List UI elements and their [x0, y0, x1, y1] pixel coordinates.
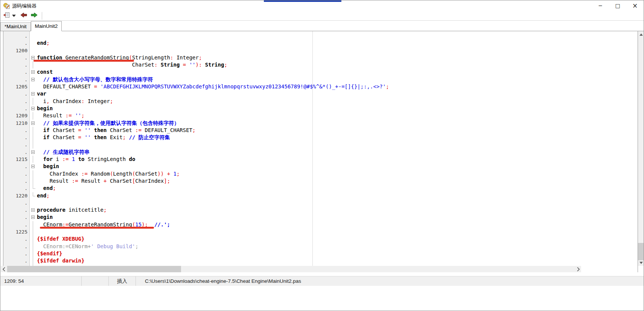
code-line[interactable]: .{$endif} — [3, 250, 638, 257]
fold-column — [30, 199, 37, 206]
tab-mainunit2[interactable]: MainUnit2 — [31, 21, 62, 31]
horizontal-scrollbar-thumb[interactable] — [7, 266, 181, 272]
fold-column — [30, 141, 37, 148]
code-line[interactable]: . CharIndex := Random(Length(CharSet)) +… — [3, 170, 638, 177]
navigate-back-button[interactable] — [19, 12, 28, 20]
code-editor[interactable]: ..end;1200.function GenerateRandomString… — [3, 31, 638, 272]
code-text: // 默认包含大小写字母、数字和常用特殊字符 — [37, 76, 638, 83]
line-number: . — [3, 149, 30, 156]
fold-line — [33, 250, 33, 257]
line-number: . — [3, 127, 30, 134]
fold-column — [30, 61, 37, 68]
fold-toggle-icon[interactable] — [31, 150, 35, 154]
fold-column — [30, 127, 37, 134]
close-button[interactable]: × — [626, 0, 644, 11]
code-line[interactable]: . i, CharIndex: Integer; — [3, 98, 638, 105]
fold-toggle-icon[interactable] — [31, 208, 35, 212]
code-text: CharIndex := Random(Length(CharSet)) + 1… — [37, 170, 638, 177]
goto-section-icon — [3, 12, 10, 20]
code-line[interactable]: . end; — [3, 185, 638, 192]
code-line[interactable]: .{$ifdef XDEBUG} — [3, 235, 638, 243]
code-line[interactable]: . // 默认包含大小写字母、数字和常用特殊字符 — [3, 76, 638, 83]
fold-toggle-icon[interactable] — [31, 165, 35, 168]
fold-column — [30, 47, 37, 54]
code-line[interactable]: 1220end; — [3, 192, 638, 199]
code-line[interactable]: .{$ifdef darwin} — [3, 257, 638, 264]
code-line[interactable]: .begin — [3, 105, 638, 112]
line-number: . — [3, 199, 30, 206]
code-line[interactable]: 1209 Result := ''; — [3, 112, 638, 119]
goto-dropdown-button[interactable] — [11, 12, 17, 20]
horizontal-scrollbar[interactable] — [1, 266, 581, 272]
code-line[interactable]: .begin — [3, 214, 638, 221]
line-number: 1210 — [3, 120, 30, 127]
fold-line — [33, 112, 33, 119]
code-text: if CharSet = '' then Exit; // 防止空字符集 — [37, 134, 638, 141]
source-editor-window: 源码编辑器 ─ □ × — [0, 0, 644, 311]
code-text: end; — [37, 39, 638, 47]
fold-toggle-icon[interactable] — [31, 121, 35, 125]
code-line[interactable]: 1225 — [3, 228, 638, 235]
navigate-forward-button[interactable] — [30, 12, 39, 20]
code-line[interactable]: . CharSet: String = ''): String; — [3, 61, 638, 68]
code-line[interactable]: . — [3, 32, 638, 39]
line-number: . — [3, 163, 30, 170]
vertical-scrollbar-thumb[interactable] — [638, 243, 644, 260]
app-icon — [3, 2, 10, 9]
fold-line — [33, 177, 33, 185]
tab-mainunit[interactable]: *MainUnit — [0, 22, 31, 31]
code-line[interactable]: 1205 DEFAULT_CHARSET = 'ABCDEFGHIJKLMNOP… — [3, 83, 638, 90]
fold-toggle-icon[interactable] — [31, 56, 35, 59]
code-line[interactable]: . CEnorm:=CENorm+' Debug Build'; — [3, 243, 638, 250]
fold-column — [30, 90, 37, 97]
fold-toggle-icon[interactable] — [31, 70, 35, 74]
line-number: . — [3, 134, 30, 141]
code-text — [37, 228, 638, 235]
code-line[interactable]: .var — [3, 90, 638, 97]
fold-line — [33, 228, 33, 235]
code-line[interactable]: .end; — [3, 39, 638, 47]
code-text: i, CharIndex: Integer; — [37, 98, 638, 105]
fold-line — [33, 141, 33, 148]
line-number: . — [3, 250, 30, 257]
code-line[interactable]: . — [3, 141, 638, 148]
code-text: begin — [37, 163, 638, 170]
code-line[interactable]: . if CharSet = '' then CharSet := DEFAUL… — [3, 127, 638, 134]
goto-section-button[interactable] — [3, 12, 11, 20]
scroll-down-arrow-icon[interactable] — [638, 259, 644, 266]
code-line[interactable]: .procedure initcetitle; — [3, 206, 638, 214]
fold-toggle-icon[interactable] — [31, 78, 35, 81]
maximize-button[interactable]: □ — [609, 0, 626, 11]
line-number: 1200 — [3, 47, 30, 54]
line-number: . — [3, 243, 30, 250]
line-number: . — [3, 141, 30, 148]
code-line[interactable]: . begin — [3, 163, 638, 170]
fold-end-line — [33, 185, 35, 189]
scroll-right-arrow-icon[interactable] — [575, 266, 581, 272]
toolbar-separator — [42, 12, 42, 20]
code-text: {$ifdef darwin} — [37, 257, 638, 264]
code-text: procedure initcetitle; — [37, 206, 638, 214]
code-line[interactable]: 1215 for i := 1 to StringLength do — [3, 156, 638, 163]
insert-mode-indicator: 插入 — [109, 276, 136, 286]
code-line[interactable]: . if CharSet = '' then Exit; // 防止空字符集 — [3, 134, 638, 141]
file-path: C:\Users\1\Downloads\cheat-engine-7.5\Ch… — [136, 276, 644, 286]
code-line[interactable]: . // 生成随机字符串 — [3, 149, 638, 156]
red-underline-annotation — [40, 227, 154, 229]
fold-toggle-icon[interactable] — [31, 92, 35, 96]
code-line[interactable]: .const — [3, 68, 638, 76]
fold-toggle-icon[interactable] — [31, 107, 35, 110]
code-line[interactable]: . Result := Result + CharSet[CharIndex]; — [3, 177, 638, 185]
fold-toggle-icon[interactable] — [31, 215, 35, 219]
scroll-up-arrow-icon[interactable] — [638, 31, 644, 38]
vertical-scrollbar[interactable] — [638, 31, 644, 266]
scroll-left-arrow-icon[interactable] — [1, 266, 7, 272]
minimize-button[interactable]: ─ — [592, 0, 609, 11]
code-line[interactable]: 1200 — [3, 47, 638, 54]
code-text: begin — [37, 105, 638, 112]
code-text: // 如果未提供字符集，使用默认字符集（包含特殊字符） — [37, 120, 638, 127]
line-number: . — [3, 54, 30, 61]
code-text: if CharSet = '' then CharSet := DEFAULT_… — [37, 127, 638, 134]
code-line[interactable]: . — [3, 199, 638, 206]
code-line[interactable]: 1210 // 如果未提供字符集，使用默认字符集（包含特殊字符） — [3, 120, 638, 127]
